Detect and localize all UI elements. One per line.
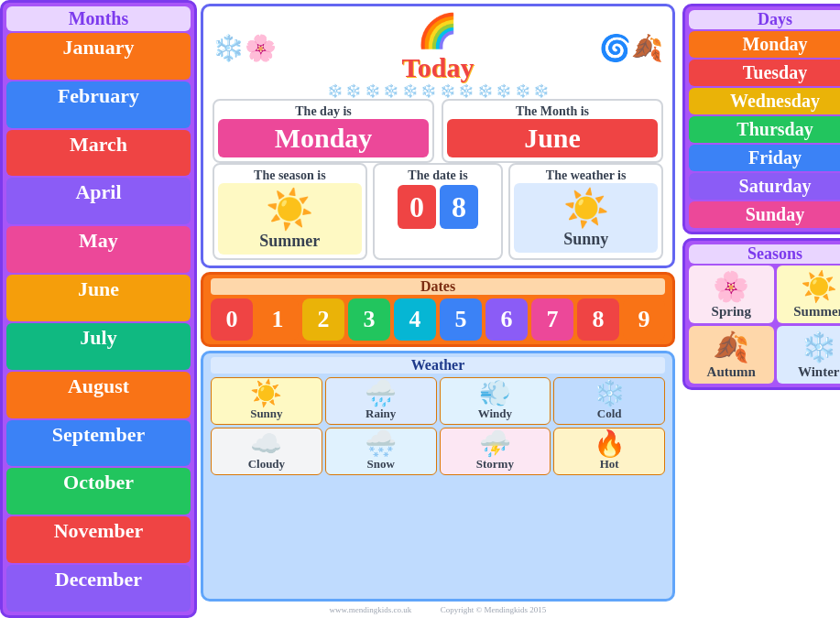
date-num-8[interactable]: 8 <box>577 298 619 341</box>
snowflake-icon: ❄️🌸 <box>213 33 277 63</box>
season-spring[interactable]: 🌸 Spring <box>689 266 774 323</box>
winter-label: Winter <box>798 364 840 380</box>
weather-cell-sunny[interactable]: ☀️ Sunny <box>211 377 322 425</box>
seasons-panel: Seasons 🌸 Spring ☀️ Summer 🍂 Autumn ❄️ W… <box>682 238 840 390</box>
snow-icon: 🌨️ <box>365 431 397 457</box>
leaf-icon: 🌀🍂 <box>599 33 663 63</box>
seasons-title: Seasons <box>689 244 840 264</box>
snow-label: Snow <box>366 457 394 472</box>
day-thursday[interactable]: Thursday <box>689 116 840 143</box>
day-tuesday[interactable]: Tuesday <box>689 60 840 86</box>
right-panel: Days Monday Tuesday Wednesday Thursday F… <box>679 0 840 618</box>
date-label: The date is <box>408 168 467 183</box>
hot-label: Hot <box>600 457 619 472</box>
date-num-1[interactable]: 1 <box>256 298 299 341</box>
date-digit-ones[interactable]: 8 <box>440 185 478 229</box>
date-num-6[interactable]: 6 <box>485 298 528 341</box>
windy-label: Windy <box>478 407 512 421</box>
weather-strip: Weather ☀️ Sunny 🌧️ Rainy 💨 Windy ❄️ Col… <box>201 351 675 602</box>
date-num-4[interactable]: 4 <box>394 298 436 341</box>
dates-title: Dates <box>211 278 665 295</box>
windy-icon: 💨 <box>479 381 511 407</box>
season-label: The season is <box>254 168 326 183</box>
season-autumn[interactable]: 🍂 Autumn <box>689 326 774 384</box>
day-sunday[interactable]: Sunday <box>689 201 840 228</box>
today-header: ❄️🌸 🌈 Today 🌀🍂 ❄️ ❄️ ❄️ ❄️ ❄️ ❄️ ❄️ ❄️ ❄… <box>201 4 675 268</box>
day-monday[interactable]: Monday <box>689 31 840 58</box>
month-november[interactable]: November <box>6 516 191 563</box>
month-september[interactable]: September <box>6 420 191 467</box>
months-panel: Months January February March April May … <box>0 0 197 618</box>
weather-grid: ☀️ Sunny 🌧️ Rainy 💨 Windy ❄️ Cold ☁️ Clo… <box>211 377 665 475</box>
date-digit-tens[interactable]: 0 <box>398 185 436 229</box>
weather-cell-cold[interactable]: ❄️ Cold <box>553 377 665 425</box>
month-october[interactable]: October <box>6 468 191 515</box>
sunny-icon: ☀️ <box>250 381 282 407</box>
month-august[interactable]: August <box>6 372 191 418</box>
month-february[interactable]: February <box>6 81 191 128</box>
weather-display-icon: ☀️ <box>563 187 609 230</box>
cold-icon: ❄️ <box>594 381 626 407</box>
stormy-icon: ⛈️ <box>479 431 511 457</box>
months-title: Months <box>6 6 191 31</box>
footer: www.mendingkids.co.uk Copyright © Mendin… <box>201 605 675 614</box>
cloudy-icon: ☁️ <box>250 431 282 457</box>
month-december[interactable]: December <box>6 565 191 612</box>
today-label: Today <box>402 52 475 83</box>
cold-label: Cold <box>597 407 622 421</box>
summer-label: Summer <box>793 304 840 320</box>
spring-icon: 🌸 <box>713 269 749 304</box>
season-date-weather-row: The season is ☀️ Summer The date is 0 8 … <box>213 163 663 260</box>
weather-cell-cloudy[interactable]: ☁️ Cloudy <box>211 428 322 475</box>
season-inner: ☀️ Summer <box>218 183 362 255</box>
weather-cell-stormy[interactable]: ⛈️ Stormy <box>440 428 551 475</box>
date-digits: 0 8 <box>398 185 478 229</box>
day-wednesday[interactable]: Wednesday <box>689 88 840 114</box>
weather-strip-title: Weather <box>211 357 665 374</box>
season-summer[interactable]: ☀️ Summer <box>777 266 841 323</box>
month-may[interactable]: May <box>6 226 191 273</box>
dates-numbers: 0 1 2 3 4 5 6 7 8 9 <box>211 298 665 341</box>
month-april[interactable]: April <box>6 178 191 224</box>
month-june[interactable]: June <box>6 275 191 321</box>
date-num-0[interactable]: 0 <box>211 298 253 341</box>
dates-strip: Dates 0 1 2 3 4 5 6 7 8 9 <box>201 272 675 347</box>
summer-icon: ☀️ <box>801 269 837 304</box>
weather-cell-hot[interactable]: 🔥 Hot <box>553 428 665 475</box>
days-title: Days <box>689 10 840 29</box>
date-num-5[interactable]: 5 <box>440 298 482 341</box>
weather-cell-snow[interactable]: 🌨️ Snow <box>325 428 437 475</box>
date-num-9[interactable]: 9 <box>623 298 665 341</box>
season-winter[interactable]: ❄️ Winter <box>777 326 841 384</box>
footer-left: www.mendingkids.co.uk <box>330 605 412 614</box>
weather-cell-windy[interactable]: 💨 Windy <box>440 377 551 425</box>
autumn-icon: 🍂 <box>713 330 749 364</box>
day-label: The day is <box>295 104 351 119</box>
weather-inner: ☀️ Sunny <box>514 183 658 253</box>
weather-display-value: Sunny <box>563 230 608 249</box>
month-january[interactable]: January <box>6 33 191 80</box>
rainy-label: Rainy <box>365 407 396 421</box>
month-box: The Month is June <box>442 99 663 163</box>
day-month-row: The day is Monday The Month is June <box>213 99 663 163</box>
weather-cell-rainy[interactable]: 🌧️ Rainy <box>325 377 437 425</box>
day-saturday[interactable]: Saturday <box>689 173 840 200</box>
autumn-label: Autumn <box>707 364 756 380</box>
date-box: The date is 0 8 <box>373 163 504 260</box>
day-value[interactable]: Monday <box>218 119 429 157</box>
date-num-2[interactable]: 2 <box>302 298 344 341</box>
hot-icon: 🔥 <box>594 431 626 457</box>
days-panel: Days Monday Tuesday Wednesday Thursday F… <box>682 4 840 234</box>
date-num-7[interactable]: 7 <box>531 298 573 341</box>
month-march[interactable]: March <box>6 130 191 177</box>
winter-icon: ❄️ <box>801 330 837 364</box>
month-value[interactable]: June <box>447 119 658 157</box>
day-friday[interactable]: Friday <box>689 145 840 171</box>
month-july[interactable]: July <box>6 323 191 370</box>
date-num-3[interactable]: 3 <box>348 298 390 341</box>
month-label: The Month is <box>516 104 589 119</box>
rainbow-icon: 🌈 <box>417 12 458 50</box>
seasons-grid: 🌸 Spring ☀️ Summer 🍂 Autumn ❄️ Winter <box>689 266 840 384</box>
stormy-label: Stormy <box>476 457 514 472</box>
cloudy-label: Cloudy <box>248 457 285 472</box>
